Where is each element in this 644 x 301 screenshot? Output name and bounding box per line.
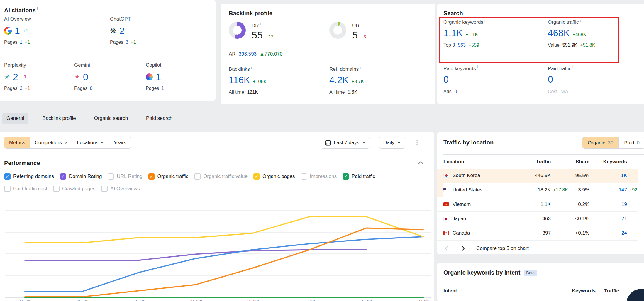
keywords-link[interactable]: 19 bbox=[589, 201, 627, 207]
ai-citations-card: AI citations AI Overview 1 +1 Pages1+1 C… bbox=[0, 0, 216, 101]
table-row-japan[interactable]: Japan 463 <0.1% 21 bbox=[437, 212, 638, 226]
checkbox-icon[interactable] bbox=[253, 173, 260, 180]
info-icon[interactable] bbox=[572, 65, 573, 69]
checkbox-icon[interactable] bbox=[4, 173, 11, 180]
metric-toggles-row-2: Paid traffic cost Crawled pages AI Overv… bbox=[4, 186, 140, 192]
info-icon[interactable] bbox=[360, 65, 361, 70]
chevron-left-icon[interactable] bbox=[443, 245, 450, 252]
checkbox-icon[interactable] bbox=[194, 173, 201, 180]
metric-crawled-pages[interactable]: Crawled pages bbox=[53, 186, 95, 192]
ref-domains-alltime: 5.6K bbox=[348, 90, 357, 95]
pages-count[interactable]: 1 bbox=[161, 86, 164, 91]
perplexity-metric: Perplexity ✳ 2 −1 Pages3−1 bbox=[4, 62, 72, 91]
pages-count[interactable]: 0 bbox=[90, 86, 92, 91]
metric-organic-pages[interactable]: Organic pages bbox=[253, 173, 295, 180]
metric-ai-overviews[interactable]: AI Overviews bbox=[101, 186, 140, 192]
pages-count[interactable]: 3 bbox=[126, 40, 128, 45]
info-icon[interactable] bbox=[580, 18, 581, 23]
info-icon[interactable] bbox=[477, 65, 478, 69]
checkbox-icon[interactable] bbox=[4, 186, 11, 192]
granularity-button[interactable]: Daily bbox=[379, 137, 405, 149]
checkbox-icon[interactable] bbox=[101, 186, 108, 192]
more-options-kebab-icon[interactable]: ⋮ bbox=[413, 138, 421, 147]
info-icon[interactable] bbox=[251, 65, 252, 70]
gemini-value[interactable]: 0 bbox=[83, 72, 88, 83]
ai-overview-label: AI Overview bbox=[4, 16, 72, 22]
tab-organic-search[interactable]: Organic search bbox=[90, 113, 132, 124]
tab-backlink-profile[interactable]: Backlink profile bbox=[38, 113, 80, 124]
segment-metrics[interactable]: Metrics bbox=[4, 137, 30, 148]
info-icon[interactable] bbox=[484, 18, 485, 23]
top3-value[interactable]: 563 bbox=[458, 43, 466, 48]
segment-years[interactable]: Years bbox=[109, 137, 131, 148]
keywords-link[interactable]: 147 bbox=[589, 187, 627, 193]
info-icon[interactable] bbox=[361, 22, 362, 26]
table-row-vietnam[interactable]: Vietnam 1.1K 0.2% 19 bbox=[437, 197, 638, 212]
chart-line-referring-domains bbox=[25, 237, 423, 292]
tab-general[interactable]: General bbox=[2, 113, 28, 124]
paid-traffic-value[interactable]: 0 bbox=[548, 74, 553, 85]
checkbox-icon[interactable] bbox=[60, 173, 66, 180]
collapse-chevron-up-icon[interactable] bbox=[418, 161, 424, 164]
keywords-link[interactable]: 24 bbox=[589, 230, 627, 236]
table-row-south-korea[interactable]: South Korea 446.9K 95.5% 1K bbox=[437, 169, 638, 183]
domain-rating-block: DR 55+12 bbox=[229, 22, 274, 41]
metric-organic-traffic-value[interactable]: Organic traffic value bbox=[194, 173, 248, 180]
compare-top5-link[interactable]: Compare top 5 on chart bbox=[476, 245, 529, 251]
checkbox-icon[interactable] bbox=[301, 173, 307, 180]
table-row-united-states[interactable]: United States 18.2K +17.8K 3.9% 147 +92 bbox=[437, 183, 638, 197]
paid-keywords-value[interactable]: 0 bbox=[443, 74, 449, 85]
metric-referring-domains[interactable]: Referring domains bbox=[4, 173, 54, 180]
info-icon[interactable] bbox=[37, 6, 38, 11]
ref-domains-value[interactable]: 4.2K bbox=[329, 75, 349, 85]
metric-paid-traffic-cost[interactable]: Paid traffic cost bbox=[4, 186, 47, 192]
toggle-paid[interactable]: Paid0 bbox=[618, 137, 644, 148]
backlinks-change: +106K bbox=[253, 79, 267, 84]
paid-keywords-label: Paid keywords bbox=[443, 65, 526, 72]
metric-paid-traffic[interactable]: Paid traffic bbox=[343, 173, 375, 180]
perplexity-value[interactable]: 2 bbox=[13, 72, 18, 83]
organic-keywords-label: Organic keywords bbox=[443, 18, 526, 25]
pages-count[interactable]: 1 bbox=[20, 40, 22, 45]
metric-organic-traffic[interactable]: Organic traffic bbox=[148, 173, 189, 180]
ref-domains-change: +3.7K bbox=[352, 79, 364, 84]
checkbox-icon[interactable] bbox=[53, 186, 60, 192]
keywords-link[interactable]: 21 bbox=[589, 216, 627, 222]
copilot-value[interactable]: 1 bbox=[156, 72, 161, 83]
checkbox-icon[interactable] bbox=[108, 173, 114, 180]
chevron-right-icon[interactable] bbox=[460, 245, 466, 252]
segment-competitors[interactable]: Competitors bbox=[30, 137, 72, 148]
perplexity-icon: ✳ bbox=[4, 73, 10, 81]
date-range-button[interactable]: Last 7 days bbox=[321, 137, 370, 149]
pages-count[interactable]: 3 bbox=[20, 86, 22, 91]
table-row-canada[interactable]: Canada 397 <0.1% 24 bbox=[437, 226, 638, 241]
checkbox-icon[interactable] bbox=[148, 173, 155, 180]
metric-impressions[interactable]: Impressions bbox=[301, 173, 337, 180]
ai-overview-metric: AI Overview 1 +1 Pages1+1 bbox=[4, 16, 72, 45]
metric-domain-rating[interactable]: Domain Rating bbox=[60, 173, 102, 180]
chart-line-organic-pages bbox=[25, 217, 423, 243]
ads-count[interactable]: 0 bbox=[455, 89, 457, 94]
performance-title: Performance bbox=[4, 160, 40, 167]
backlinks-value[interactable]: 116K bbox=[229, 75, 250, 85]
tab-paid-search[interactable]: Paid search bbox=[142, 113, 177, 124]
calendar-icon bbox=[325, 140, 331, 146]
chart-line-organic-traffic bbox=[25, 228, 423, 297]
performance-line-chart[interactable] bbox=[0, 192, 434, 301]
ai-overview-value[interactable]: 1 bbox=[15, 26, 20, 36]
chatgpt-value[interactable]: 2 bbox=[119, 26, 125, 36]
organic-keywords-value[interactable]: 1.1K bbox=[443, 28, 463, 38]
ar-value[interactable]: 393,593 bbox=[239, 51, 257, 57]
search-title: Search bbox=[443, 10, 463, 17]
segment-locations[interactable]: Locations bbox=[72, 137, 109, 148]
x-axis-tick: 29 Jan bbox=[126, 298, 152, 301]
organic-traffic-value[interactable]: 468K bbox=[548, 28, 570, 38]
x-axis-tick: 1 Feb bbox=[296, 298, 323, 301]
metric-url-rating[interactable]: URL Rating bbox=[108, 173, 142, 180]
info-icon[interactable] bbox=[260, 22, 261, 26]
google-icon bbox=[4, 27, 12, 35]
toggle-organic[interactable]: Organic30 bbox=[582, 137, 618, 148]
keywords-link[interactable]: 1K bbox=[589, 173, 627, 179]
keywords-column-header: Keywords bbox=[566, 288, 596, 294]
checkbox-icon[interactable] bbox=[343, 173, 349, 180]
